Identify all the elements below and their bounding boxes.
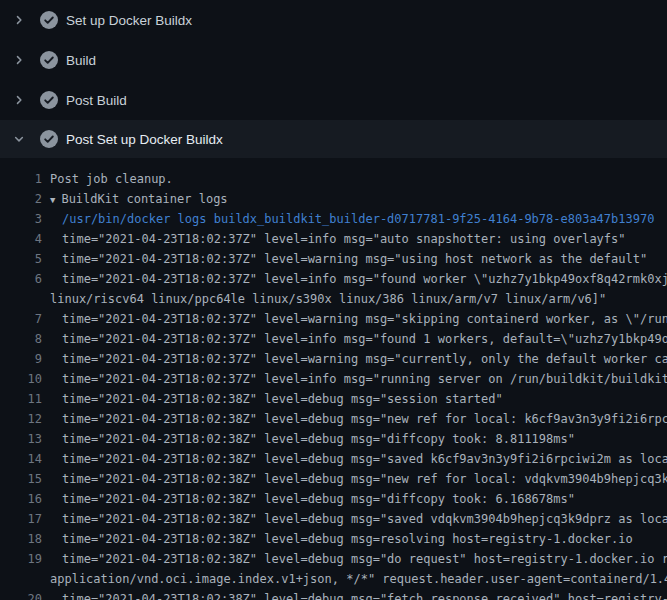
line-number[interactable]: 1 (0, 169, 42, 189)
log-text: linux/riscv64 linux/ppc64le linux/s390x … (42, 289, 606, 309)
step-label: Post Set up Docker Buildx (66, 132, 223, 147)
check-circle-icon (40, 51, 58, 69)
log-text: time="2021-04-23T18:02:38Z" level=debug … (42, 549, 667, 569)
log-text: time="2021-04-23T18:02:37Z" level=info m… (42, 329, 667, 349)
step-row-set-up-docker-buildx[interactable]: Set up Docker Buildx (0, 0, 667, 40)
log-text: time="2021-04-23T18:02:38Z" level=debug … (42, 429, 575, 449)
log-row: 9time="2021-04-23T18:02:37Z" level=warni… (0, 349, 667, 369)
log-text: time="2021-04-23T18:02:37Z" level=info m… (42, 229, 626, 249)
line-number (0, 289, 42, 309)
log-row: 3/usr/bin/docker logs buildx_buildkit_bu… (0, 209, 667, 229)
line-number[interactable]: 3 (0, 209, 42, 229)
log-row: 4time="2021-04-23T18:02:37Z" level=info … (0, 229, 667, 249)
check-circle-icon (40, 91, 58, 109)
line-number[interactable]: 10 (0, 369, 42, 389)
log-row: 14time="2021-04-23T18:02:38Z" level=debu… (0, 449, 667, 469)
line-number[interactable]: 20 (0, 589, 42, 600)
log-row: 16time="2021-04-23T18:02:38Z" level=debu… (0, 489, 667, 509)
log-group-toggle-icon[interactable]: ▼ (50, 195, 55, 205)
line-number[interactable]: 13 (0, 429, 42, 449)
log-text: time="2021-04-23T18:02:37Z" level=info m… (42, 269, 667, 289)
log-row: 10time="2021-04-23T18:02:37Z" level=info… (0, 369, 667, 389)
log-row: linux/riscv64 linux/ppc64le linux/s390x … (0, 289, 667, 309)
log-row: 17time="2021-04-23T18:02:38Z" level=debu… (0, 509, 667, 529)
chevron-down-icon (13, 133, 25, 145)
log-row: 5time="2021-04-23T18:02:37Z" level=warni… (0, 249, 667, 269)
chevron-right-icon (13, 94, 25, 106)
log-row: 20time="2021-04-23T18:02:38Z" level=debu… (0, 589, 667, 600)
log-text: time="2021-04-23T18:02:37Z" level=warnin… (42, 309, 667, 329)
log-row: 15time="2021-04-23T18:02:38Z" level=debu… (0, 469, 667, 489)
line-number[interactable]: 4 (0, 229, 42, 249)
log-group-label[interactable]: BuildKit container logs (61, 192, 227, 206)
log-row: 18time="2021-04-23T18:02:38Z" level=debu… (0, 529, 667, 549)
line-number[interactable]: 6 (0, 269, 42, 289)
log-row: 12time="2021-04-23T18:02:38Z" level=debu… (0, 409, 667, 429)
log-row: 1Post job cleanup. (0, 169, 667, 189)
log-text: time="2021-04-23T18:02:38Z" level=debug … (42, 589, 667, 600)
log-row: application/vnd.oci.image.index.v1+json,… (0, 569, 667, 589)
log-command-text: /usr/bin/docker logs buildx_buildkit_bui… (42, 209, 654, 229)
log-text: time="2021-04-23T18:02:38Z" level=debug … (42, 409, 667, 429)
line-number[interactable]: 17 (0, 509, 42, 529)
log-text: time="2021-04-23T18:02:38Z" level=debug … (42, 449, 667, 469)
line-number[interactable]: 12 (0, 409, 42, 429)
step-label: Build (66, 53, 96, 68)
chevron-right-icon (13, 14, 25, 26)
line-number[interactable]: 18 (0, 529, 42, 549)
step-row-post-build[interactable]: Post Build (0, 80, 667, 120)
line-number[interactable]: 9 (0, 349, 42, 369)
line-number[interactable]: 16 (0, 489, 42, 509)
chevron-right-icon (13, 54, 25, 66)
line-number[interactable]: 15 (0, 469, 42, 489)
log-text: application/vnd.oci.image.index.v1+json,… (42, 569, 667, 589)
log-row: 13time="2021-04-23T18:02:38Z" level=debu… (0, 429, 667, 449)
step-row-build[interactable]: Build (0, 40, 667, 80)
log-row: 8time="2021-04-23T18:02:37Z" level=info … (0, 329, 667, 349)
step-label: Set up Docker Buildx (66, 13, 192, 28)
log-text: time="2021-04-23T18:02:38Z" level=debug … (42, 469, 667, 489)
line-number[interactable]: 14 (0, 449, 42, 469)
log-text: Post job cleanup. (42, 169, 173, 189)
log-row: 6time="2021-04-23T18:02:37Z" level=info … (0, 269, 667, 289)
log-row: 11time="2021-04-23T18:02:38Z" level=debu… (0, 389, 667, 409)
log-text: time="2021-04-23T18:02:38Z" level=debug … (42, 509, 667, 529)
line-number[interactable]: 5 (0, 249, 42, 269)
log-text: time="2021-04-23T18:02:37Z" level=warnin… (42, 249, 647, 269)
log-row: 2▼BuildKit container logs (0, 189, 667, 209)
line-number[interactable]: 2 (0, 189, 42, 209)
line-number[interactable]: 7 (0, 309, 42, 329)
log-text: time="2021-04-23T18:02:38Z" level=debug … (42, 529, 633, 549)
log-group-header: ▼BuildKit container logs (42, 189, 228, 209)
log-row: 19time="2021-04-23T18:02:38Z" level=debu… (0, 549, 667, 569)
step-row-post-set-up-docker-buildx[interactable]: Post Set up Docker Buildx (0, 120, 667, 158)
log-container: 1Post job cleanup.2▼BuildKit container l… (0, 158, 667, 600)
log-row: 7time="2021-04-23T18:02:37Z" level=warni… (0, 309, 667, 329)
log-text: time="2021-04-23T18:02:38Z" level=debug … (42, 489, 575, 509)
step-label: Post Build (66, 93, 127, 108)
log-text: time="2021-04-23T18:02:37Z" level=info m… (42, 369, 667, 389)
steps-list: Set up Docker BuildxBuildPost BuildPost … (0, 0, 667, 158)
check-circle-icon (40, 11, 58, 29)
log-text: time="2021-04-23T18:02:38Z" level=debug … (42, 389, 503, 409)
line-number[interactable]: 11 (0, 389, 42, 409)
line-number[interactable]: 19 (0, 549, 42, 569)
log-text: time="2021-04-23T18:02:37Z" level=warnin… (42, 349, 667, 369)
line-number (0, 569, 42, 589)
line-number[interactable]: 8 (0, 329, 42, 349)
check-circle-icon (40, 130, 58, 148)
